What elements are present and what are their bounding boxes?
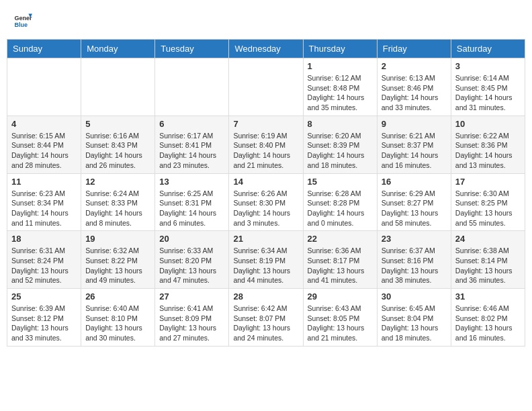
calendar-cell: 11Sunrise: 6:23 AM Sunset: 8:34 PM Dayli…	[7, 173, 81, 231]
calendar-cell: 30Sunrise: 6:45 AM Sunset: 8:04 PM Dayli…	[377, 289, 451, 347]
day-info: Sunrise: 6:23 AM Sunset: 8:34 PM Dayligh…	[11, 189, 77, 228]
calendar-cell: 31Sunrise: 6:46 AM Sunset: 8:02 PM Dayli…	[451, 289, 525, 347]
logo-icon: General Blue	[13, 10, 32, 29]
day-number: 3	[455, 61, 521, 71]
day-number: 17	[455, 177, 521, 187]
calendar-cell: 15Sunrise: 6:28 AM Sunset: 8:28 PM Dayli…	[303, 173, 377, 231]
day-info: Sunrise: 6:34 AM Sunset: 8:19 PM Dayligh…	[233, 246, 298, 285]
calendar-cell: 28Sunrise: 6:42 AM Sunset: 8:07 PM Dayli…	[229, 289, 303, 347]
col-header-sunday: Sunday	[7, 40, 81, 58]
day-number: 23	[382, 234, 447, 244]
col-header-monday: Monday	[81, 40, 155, 58]
col-header-saturday: Saturday	[451, 40, 525, 58]
col-header-thursday: Thursday	[303, 40, 377, 58]
calendar-cell: 26Sunrise: 6:40 AM Sunset: 8:10 PM Dayli…	[81, 289, 155, 347]
day-info: Sunrise: 6:26 AM Sunset: 8:30 PM Dayligh…	[233, 189, 298, 228]
day-number: 20	[159, 234, 224, 244]
day-info: Sunrise: 6:40 AM Sunset: 8:10 PM Dayligh…	[85, 304, 150, 343]
day-info: Sunrise: 6:29 AM Sunset: 8:27 PM Dayligh…	[382, 189, 447, 228]
calendar-cell: 3Sunrise: 6:14 AM Sunset: 8:45 PM Daylig…	[451, 58, 525, 116]
calendar-week-row: 4Sunrise: 6:15 AM Sunset: 8:44 PM Daylig…	[7, 116, 525, 173]
calendar-week-row: 18Sunrise: 6:31 AM Sunset: 8:24 PM Dayli…	[7, 231, 525, 289]
calendar-cell: 21Sunrise: 6:34 AM Sunset: 8:19 PM Dayli…	[229, 231, 303, 289]
calendar-cell: 6Sunrise: 6:17 AM Sunset: 8:41 PM Daylig…	[155, 116, 229, 173]
day-info: Sunrise: 6:24 AM Sunset: 8:33 PM Dayligh…	[85, 189, 150, 228]
calendar-cell	[81, 58, 155, 116]
day-info: Sunrise: 6:15 AM Sunset: 8:44 PM Dayligh…	[11, 131, 77, 171]
day-number: 7	[233, 119, 298, 129]
day-info: Sunrise: 6:21 AM Sunset: 8:37 PM Dayligh…	[382, 131, 447, 171]
calendar-cell	[155, 58, 229, 116]
day-number: 19	[85, 234, 150, 244]
day-info: Sunrise: 6:17 AM Sunset: 8:41 PM Dayligh…	[159, 131, 224, 171]
day-number: 31	[455, 291, 521, 302]
day-info: Sunrise: 6:32 AM Sunset: 8:22 PM Dayligh…	[85, 246, 150, 285]
day-info: Sunrise: 6:42 AM Sunset: 8:07 PM Dayligh…	[233, 304, 298, 343]
day-info: Sunrise: 6:20 AM Sunset: 8:39 PM Dayligh…	[308, 131, 373, 171]
calendar-cell: 22Sunrise: 6:36 AM Sunset: 8:17 PM Dayli…	[303, 231, 377, 289]
day-number: 27	[159, 291, 224, 302]
calendar-cell: 14Sunrise: 6:26 AM Sunset: 8:30 PM Dayli…	[229, 173, 303, 231]
day-info: Sunrise: 6:22 AM Sunset: 8:36 PM Dayligh…	[455, 131, 521, 171]
calendar-cell	[7, 58, 81, 116]
day-info: Sunrise: 6:36 AM Sunset: 8:17 PM Dayligh…	[308, 246, 373, 285]
calendar-week-row: 25Sunrise: 6:39 AM Sunset: 8:12 PM Dayli…	[7, 289, 525, 347]
day-number: 4	[11, 119, 77, 129]
day-number: 6	[159, 119, 224, 129]
day-info: Sunrise: 6:28 AM Sunset: 8:28 PM Dayligh…	[308, 189, 373, 228]
day-info: Sunrise: 6:19 AM Sunset: 8:40 PM Dayligh…	[233, 131, 298, 171]
col-header-friday: Friday	[377, 40, 451, 58]
calendar-cell: 16Sunrise: 6:29 AM Sunset: 8:27 PM Dayli…	[377, 173, 451, 231]
day-number: 28	[233, 291, 298, 302]
day-info: Sunrise: 6:39 AM Sunset: 8:12 PM Dayligh…	[11, 304, 77, 343]
calendar-cell: 8Sunrise: 6:20 AM Sunset: 8:39 PM Daylig…	[303, 116, 377, 173]
calendar-cell: 13Sunrise: 6:25 AM Sunset: 8:31 PM Dayli…	[155, 173, 229, 231]
day-number: 22	[308, 234, 373, 244]
day-number: 30	[382, 291, 447, 302]
calendar-table: SundayMondayTuesdayWednesdayThursdayFrid…	[7, 39, 525, 347]
day-info: Sunrise: 6:41 AM Sunset: 8:09 PM Dayligh…	[159, 304, 224, 343]
day-number: 25	[11, 291, 77, 302]
day-info: Sunrise: 6:30 AM Sunset: 8:25 PM Dayligh…	[455, 189, 521, 228]
calendar-cell: 23Sunrise: 6:37 AM Sunset: 8:16 PM Dayli…	[377, 231, 451, 289]
calendar-cell: 5Sunrise: 6:16 AM Sunset: 8:43 PM Daylig…	[81, 116, 155, 173]
day-number: 8	[308, 119, 373, 129]
col-header-wednesday: Wednesday	[229, 40, 303, 58]
day-info: Sunrise: 6:31 AM Sunset: 8:24 PM Dayligh…	[11, 246, 77, 285]
day-number: 1	[308, 61, 373, 71]
day-number: 11	[11, 177, 77, 187]
day-info: Sunrise: 6:33 AM Sunset: 8:20 PM Dayligh…	[159, 246, 224, 285]
calendar-header-row: SundayMondayTuesdayWednesdayThursdayFrid…	[7, 40, 525, 58]
calendar-week-row: 1Sunrise: 6:12 AM Sunset: 8:48 PM Daylig…	[7, 58, 525, 116]
calendar-cell	[229, 58, 303, 116]
day-number: 13	[159, 177, 224, 187]
calendar-cell: 27Sunrise: 6:41 AM Sunset: 8:09 PM Dayli…	[155, 289, 229, 347]
col-header-tuesday: Tuesday	[155, 40, 229, 58]
day-info: Sunrise: 6:37 AM Sunset: 8:16 PM Dayligh…	[382, 246, 447, 285]
calendar-cell: 7Sunrise: 6:19 AM Sunset: 8:40 PM Daylig…	[229, 116, 303, 173]
calendar-cell: 24Sunrise: 6:38 AM Sunset: 8:14 PM Dayli…	[451, 231, 525, 289]
calendar-cell: 12Sunrise: 6:24 AM Sunset: 8:33 PM Dayli…	[81, 173, 155, 231]
calendar-cell: 4Sunrise: 6:15 AM Sunset: 8:44 PM Daylig…	[7, 116, 81, 173]
calendar-cell: 20Sunrise: 6:33 AM Sunset: 8:20 PM Dayli…	[155, 231, 229, 289]
day-number: 2	[382, 61, 447, 71]
day-number: 12	[85, 177, 150, 187]
calendar-cell: 18Sunrise: 6:31 AM Sunset: 8:24 PM Dayli…	[7, 231, 81, 289]
calendar-cell: 1Sunrise: 6:12 AM Sunset: 8:48 PM Daylig…	[303, 58, 377, 116]
calendar-cell: 17Sunrise: 6:30 AM Sunset: 8:25 PM Dayli…	[451, 173, 525, 231]
calendar-week-row: 11Sunrise: 6:23 AM Sunset: 8:34 PM Dayli…	[7, 173, 525, 231]
calendar-cell: 9Sunrise: 6:21 AM Sunset: 8:37 PM Daylig…	[377, 116, 451, 173]
page-header: General Blue	[7, 7, 525, 32]
day-number: 9	[382, 119, 447, 129]
calendar-cell: 10Sunrise: 6:22 AM Sunset: 8:36 PM Dayli…	[451, 116, 525, 173]
day-number: 29	[308, 291, 373, 302]
day-info: Sunrise: 6:25 AM Sunset: 8:31 PM Dayligh…	[159, 189, 224, 228]
day-info: Sunrise: 6:16 AM Sunset: 8:43 PM Dayligh…	[85, 131, 150, 171]
day-info: Sunrise: 6:12 AM Sunset: 8:48 PM Dayligh…	[308, 73, 373, 113]
calendar-cell: 19Sunrise: 6:32 AM Sunset: 8:22 PM Dayli…	[81, 231, 155, 289]
day-info: Sunrise: 6:14 AM Sunset: 8:45 PM Dayligh…	[455, 73, 521, 113]
calendar-cell: 29Sunrise: 6:43 AM Sunset: 8:05 PM Dayli…	[303, 289, 377, 347]
day-number: 5	[85, 119, 150, 129]
day-info: Sunrise: 6:45 AM Sunset: 8:04 PM Dayligh…	[382, 304, 447, 343]
day-number: 21	[233, 234, 298, 244]
